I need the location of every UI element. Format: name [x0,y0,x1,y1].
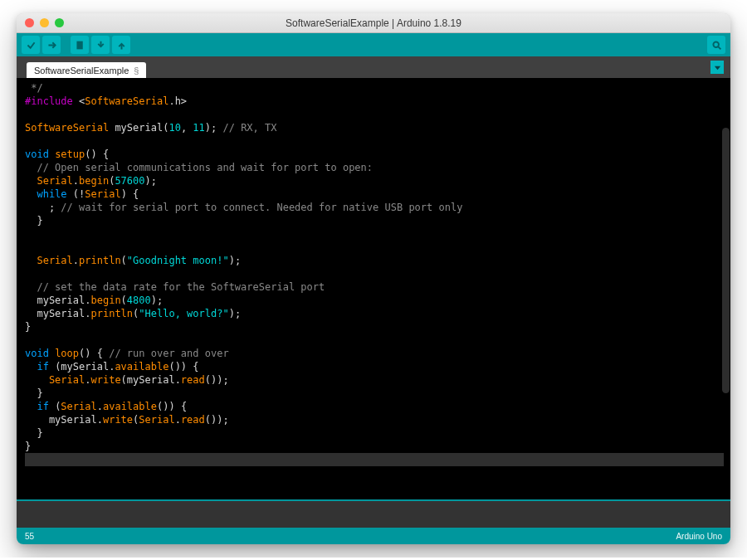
console-area[interactable] [17,499,730,528]
minimize-icon[interactable] [40,18,49,27]
tab-marker: § [134,66,139,75]
open-button[interactable] [91,36,110,54]
titlebar[interactable]: SoftwareSerialExample | Arduino 1.8.19 [17,13,730,33]
tab-bar: SoftwareSerialExample § [17,56,730,78]
tab-sketch[interactable]: SoftwareSerialExample § [27,62,146,78]
svg-rect-0 [76,41,82,49]
new-button[interactable] [71,36,89,54]
svg-marker-3 [714,66,720,70]
upload-button[interactable] [42,36,61,54]
status-bar: 55 Arduino Uno [17,528,730,544]
svg-point-1 [713,41,719,47]
verify-button[interactable] [22,36,40,54]
window-controls [25,18,64,27]
app-window: SoftwareSerialExample | Arduino 1.8.19 S… [17,13,730,544]
code-content: */ #include <SoftwareSerial.h> SoftwareS… [25,81,724,466]
save-button[interactable] [112,36,130,54]
window-title: SoftwareSerialExample | Arduino 1.8.19 [17,17,730,29]
svg-line-2 [718,46,720,49]
close-icon[interactable] [25,18,34,27]
code-editor[interactable]: */ #include <SoftwareSerial.h> SoftwareS… [17,78,730,499]
scrollbar[interactable] [722,128,730,393]
toolbar [17,33,730,56]
status-board: Arduino Uno [676,532,722,541]
status-line-number: 55 [25,532,34,541]
serial-monitor-button[interactable] [707,36,725,54]
tab-menu-button[interactable] [710,61,724,74]
zoom-icon[interactable] [55,18,64,27]
tab-label: SoftwareSerialExample [34,66,129,75]
